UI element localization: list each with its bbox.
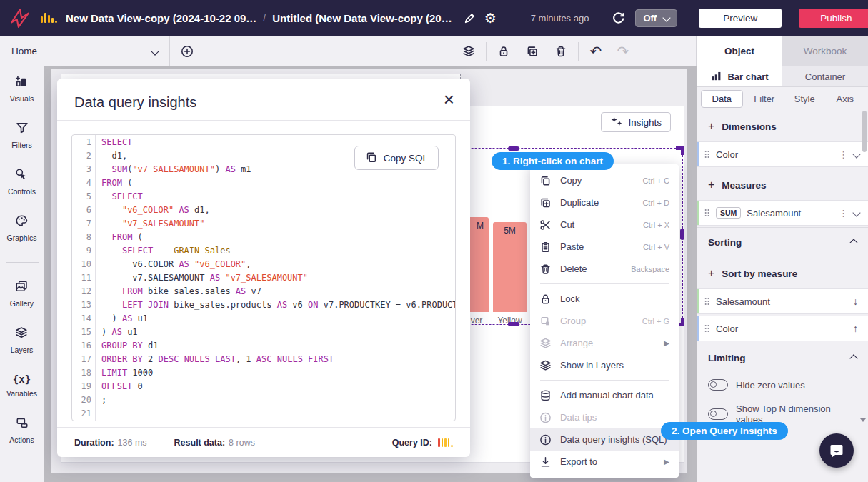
menu-item-data-query-insights-sql[interactable]: Data query insights (SQL) [530,428,679,451]
menu-item-group[interactable]: GroupCtrl + G [530,310,679,332]
selection-handle[interactable] [508,146,519,151]
tab-workbook[interactable]: Workbook [782,36,868,66]
section-header-limiting[interactable]: Limiting [697,343,868,373]
add-widget-button[interactable] [179,43,196,60]
sidebar-item-layers[interactable]: Layers [11,326,34,354]
query-id-loading-bars-icon [438,438,453,447]
tab-style[interactable]: Style [784,91,825,107]
insights-button[interactable]: Insights [601,112,671,132]
menu-item-export-to[interactable]: Export to▶ [530,451,679,473]
drag-handle-icon[interactable] [704,323,710,333]
menu-item-add-manual-chart-data[interactable]: Add manual chart data [530,384,679,406]
tab-container-label: Container [805,71,845,82]
field-row-color[interactable]: Color⋮ [697,141,868,167]
selection-handle[interactable] [681,146,684,155]
copy-sql-button[interactable]: Copy SQL [354,146,439,170]
add-dimensions-button[interactable]: +Dimensions [697,110,868,141]
toggle-switch[interactable] [708,408,728,420]
menu-item-lock[interactable]: Lock [530,288,679,310]
arrange-layers-button[interactable] [460,43,477,60]
selection-handle[interactable] [681,318,684,326]
modal-divider [57,120,470,121]
aggregation-chip[interactable]: SUM [716,207,741,219]
support-chat-button[interactable] [819,433,854,468]
close-icon[interactable]: × [444,90,454,109]
sidebar-item-controls[interactable]: Controls [8,168,36,196]
menu-item-shortcut: Ctrl + X [643,221,669,229]
kebab-menu-icon[interactable]: ⋮ [833,149,854,160]
widget-sidebar: VisualsFiltersControlsGraphicsGalleryLay… [0,66,44,482]
tab-data[interactable]: Data [701,90,743,108]
menu-item-duplicate[interactable]: DuplicateCtrl + D [530,191,679,214]
menu-item-arrange[interactable]: Arrange▶ [530,332,679,354]
auto-refresh-dropdown[interactable]: Off [635,9,677,27]
sidebar-item-gallery[interactable]: Gallery [10,280,34,308]
menu-item-delete[interactable]: DeleteBackspace [530,258,679,280]
dataset-title[interactable]: New Data View-copy (2024-10-22 09… [66,12,256,24]
copy-icon [365,151,378,166]
rename-pencil-icon[interactable] [464,12,476,24]
paste-icon [539,241,552,253]
section-header-sorting[interactable]: Sorting [697,227,868,257]
delete-button[interactable] [552,43,569,60]
field-row-salesamount[interactable]: Salesamount↓ [697,288,868,314]
menu-item-data-tips[interactable]: Data tips [530,406,679,428]
add-sort-by-measure-button[interactable]: +Sort by measure [697,257,868,288]
tab-axis[interactable]: Axis [825,91,866,107]
tab-container[interactable]: Container [782,66,868,86]
info-icon [539,411,552,424]
duplicate-button[interactable] [524,43,541,60]
preview-button[interactable]: Preview [699,9,782,28]
chart-context-menu: CopyCtrl + CDuplicateCtrl + DCutCtrl + X… [530,164,679,478]
section-add-label: Dimensions [722,121,777,132]
selection-handle[interactable] [508,322,519,326]
tab-bar-chart[interactable]: Bar chart [697,66,782,86]
chevron-down-icon[interactable] [852,209,860,216]
sidebar-item-variables[interactable]: {x}Variables [6,373,37,398]
kebab-menu-icon[interactable]: ⋮ [833,208,854,219]
sidebar-item-label: Layers [11,346,34,354]
redo-button[interactable]: ↷ [614,43,632,60]
scroll-down-arrow-icon[interactable] [860,418,866,422]
publish-button[interactable]: Publish [799,9,868,28]
selection-handle[interactable] [680,229,684,240]
chevron-down-icon[interactable] [852,150,860,158]
refresh-icon[interactable] [612,11,625,25]
sql-line: ) AS u1 [101,326,455,339]
sidebar-item-visuals[interactable]: Visuals [10,75,34,103]
modal-footer: Duration: 136 ms Result data: 8 rows Que… [57,427,470,457]
menu-item-label: Cut [560,219,643,230]
sidebar-item-label: Visuals [10,94,34,103]
settings-gear-icon[interactable]: ⚙ [484,10,497,26]
field-row-color[interactable]: Color↑ [697,316,868,341]
tab-filter[interactable]: Filter [744,91,785,107]
menu-item-paste[interactable]: PasteCtrl + V [530,236,679,258]
drag-handle-icon[interactable] [704,296,710,306]
toggle-row-hide-zero-values[interactable]: Hide zero values [697,373,868,397]
sidebar-item-actions[interactable]: Actions [9,416,34,444]
variables-icon: {x} [13,373,31,386]
menu-item-show-in-layers[interactable]: Show in Layers [530,354,679,376]
drag-handle-icon[interactable] [704,208,710,218]
add-measures-button[interactable]: +Measures [697,169,868,200]
panel-scrollbar[interactable] [862,111,867,152]
undo-button[interactable]: ↶ [587,43,604,60]
tab-object[interactable]: Object [697,36,782,66]
sql-line: ; [101,393,455,407]
inspector-panel: Bar chart Container DataFilterStyleAxis … [697,66,868,482]
toggle-switch[interactable] [708,379,728,391]
lock-button[interactable] [495,43,512,60]
sort-direction-icon[interactable]: ↑ [853,323,858,334]
menu-item-label: Arrange [560,338,664,348]
drag-handle-icon[interactable] [704,149,710,159]
toolbar-divider [578,42,579,61]
menu-item-cut[interactable]: CutCtrl + X [530,214,679,236]
sidebar-item-graphics[interactable]: Graphics [6,214,36,242]
page-selector-dropdown[interactable]: Home [0,36,170,66]
field-row-salesamount[interactable]: SUMSalesamount⋮ [697,200,868,226]
sort-direction-icon[interactable]: ↓ [853,296,858,307]
sidebar-item-filters[interactable]: Filters [11,121,32,149]
field-accent-bar [697,201,699,225]
workbook-title[interactable]: Untitled (New Data View-copy (20… [272,12,452,24]
menu-item-copy[interactable]: CopyCtrl + C [530,169,679,191]
